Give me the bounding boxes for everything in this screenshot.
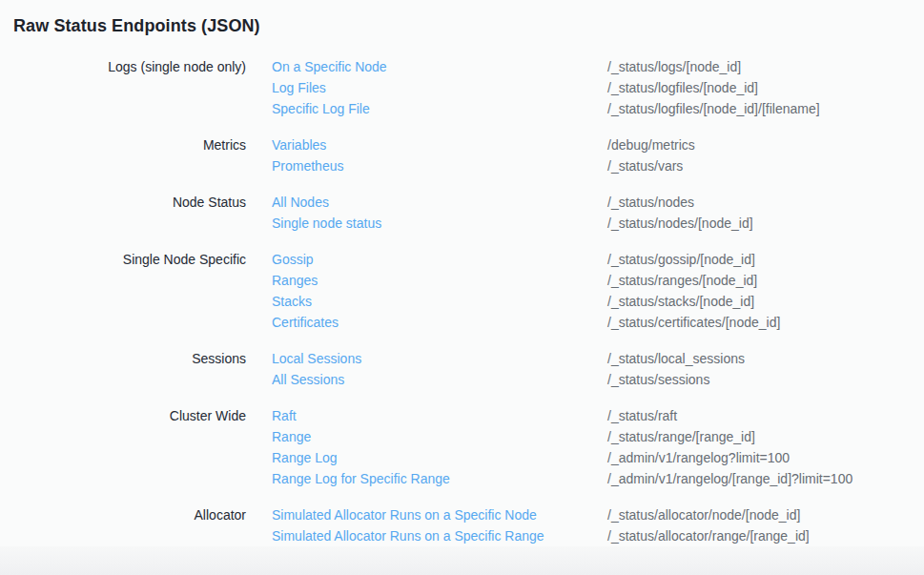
endpoint-link[interactable]: Simulated Allocator Runs on a Specific N… [272, 504, 607, 525]
endpoint-row: Ranges /_status/ranges/[node_id] [272, 270, 924, 291]
endpoint-row: Range Log for Specific Range /_admin/v1/… [272, 468, 924, 489]
endpoint-link[interactable]: All Nodes [272, 192, 607, 213]
endpoint-path: /_status/allocator/node/[node_id] [607, 504, 800, 525]
endpoint-path: /_status/gossip/[node_id] [607, 249, 755, 270]
endpoint-path: /_status/certificates/[node_id] [607, 312, 780, 333]
endpoint-path: /_status/nodes [607, 192, 694, 213]
endpoint-path: /_status/raft [607, 405, 677, 426]
endpoint-path: /debug/metrics [607, 134, 695, 155]
group-entries: All Nodes /_status/nodes Single node sta… [272, 192, 924, 234]
endpoint-link[interactable]: Gossip [272, 249, 607, 270]
endpoint-link[interactable]: Log Files [272, 77, 607, 98]
endpoint-link[interactable]: Prometheus [272, 155, 607, 176]
endpoint-row: Specific Log File /_status/logfiles/[nod… [272, 98, 924, 119]
endpoint-link[interactable]: Variables [272, 134, 607, 155]
endpoint-link[interactable]: Specific Log File [272, 98, 607, 119]
group-category: Node Status [0, 192, 246, 213]
endpoint-row: All Nodes /_status/nodes [272, 192, 924, 213]
endpoint-path: /_status/range/[range_id] [607, 426, 755, 447]
group-entries: On a Specific Node /_status/logs/[node_i… [272, 56, 924, 119]
group-category: Allocator [0, 504, 246, 525]
endpoint-link[interactable]: Range Log [272, 447, 607, 468]
endpoint-link[interactable]: Raft [272, 405, 607, 426]
endpoint-row: Stacks /_status/stacks/[node_id] [272, 291, 924, 312]
endpoint-row: Prometheus /_status/vars [272, 155, 924, 176]
group-entries: Gossip /_status/gossip/[node_id] Ranges … [272, 249, 924, 333]
endpoint-row: Variables /debug/metrics [272, 134, 924, 155]
endpoint-path: /_status/logfiles/[node_id] [607, 77, 758, 98]
endpoint-row: Certificates /_status/certificates/[node… [272, 312, 924, 333]
endpoint-group: Sessions Local Sessions /_status/local_s… [0, 348, 924, 390]
endpoint-path: /_status/ranges/[node_id] [607, 270, 757, 291]
endpoint-link[interactable]: Certificates [272, 312, 607, 333]
endpoint-path: /_status/vars [607, 155, 683, 176]
endpoint-groups: Logs (single node only) On a Specific No… [0, 56, 924, 546]
endpoint-path: /_admin/v1/rangelog?limit=100 [607, 447, 790, 468]
endpoint-path: /_status/local_sessions [607, 348, 745, 369]
endpoint-row: Single node status /_status/nodes/[node_… [272, 213, 924, 234]
endpoint-link[interactable]: Local Sessions [272, 348, 607, 369]
group-entries: Simulated Allocator Runs on a Specific N… [272, 504, 924, 546]
endpoint-row: On a Specific Node /_status/logs/[node_i… [272, 56, 924, 77]
group-category: Cluster Wide [0, 405, 246, 426]
endpoint-link[interactable]: All Sessions [272, 369, 607, 390]
page-bottom-gutter [0, 546, 924, 575]
group-category: Logs (single node only) [0, 56, 246, 77]
group-category: Single Node Specific [0, 249, 246, 270]
endpoint-group: Logs (single node only) On a Specific No… [0, 56, 924, 119]
endpoint-link[interactable]: Stacks [272, 291, 607, 312]
endpoint-group: Cluster Wide Raft /_status/raft Range /_… [0, 405, 924, 489]
endpoint-link[interactable]: Range Log for Specific Range [272, 468, 607, 489]
endpoint-path: /_status/allocator/range/[range_id] [607, 525, 810, 546]
endpoint-row: Log Files /_status/logfiles/[node_id] [272, 77, 924, 98]
endpoint-link[interactable]: Ranges [272, 270, 607, 291]
raw-status-endpoints-page: Raw Status Endpoints (JSON) Logs (single… [0, 0, 924, 575]
endpoint-path: /_admin/v1/rangelog/[range_id]?limit=100 [607, 468, 852, 489]
endpoint-path: /_status/stacks/[node_id] [607, 291, 754, 312]
endpoint-row: Range Log /_admin/v1/rangelog?limit=100 [272, 447, 924, 468]
endpoint-row: Simulated Allocator Runs on a Specific R… [272, 525, 924, 546]
endpoint-link[interactable]: On a Specific Node [272, 56, 607, 77]
endpoint-group: Metrics Variables /debug/metrics Prometh… [0, 134, 924, 176]
endpoint-path: /_status/nodes/[node_id] [607, 213, 753, 234]
endpoint-row: Simulated Allocator Runs on a Specific N… [272, 504, 924, 525]
group-entries: Variables /debug/metrics Prometheus /_st… [272, 134, 924, 176]
endpoint-row: All Sessions /_status/sessions [272, 369, 924, 390]
endpoint-link[interactable]: Single node status [272, 213, 607, 234]
endpoint-group: Node Status All Nodes /_status/nodes Sin… [0, 192, 924, 234]
endpoint-group: Allocator Simulated Allocator Runs on a … [0, 504, 924, 546]
endpoint-row: Gossip /_status/gossip/[node_id] [272, 249, 924, 270]
endpoint-path: /_status/logfiles/[node_id]/[filename] [607, 98, 820, 119]
endpoint-row: Range /_status/range/[range_id] [272, 426, 924, 447]
endpoint-link[interactable]: Range [272, 426, 607, 447]
group-category: Sessions [0, 348, 246, 369]
endpoint-group: Single Node Specific Gossip /_status/gos… [0, 249, 924, 333]
endpoint-row: Local Sessions /_status/local_sessions [272, 348, 924, 369]
endpoint-row: Raft /_status/raft [272, 405, 924, 426]
group-entries: Local Sessions /_status/local_sessions A… [272, 348, 924, 390]
endpoint-path: /_status/logs/[node_id] [607, 56, 741, 77]
endpoint-path: /_status/sessions [607, 369, 709, 390]
group-entries: Raft /_status/raft Range /_status/range/… [272, 405, 924, 489]
endpoint-link[interactable]: Simulated Allocator Runs on a Specific R… [272, 525, 607, 546]
page-title: Raw Status Endpoints (JSON) [13, 14, 924, 37]
group-category: Metrics [0, 134, 246, 155]
